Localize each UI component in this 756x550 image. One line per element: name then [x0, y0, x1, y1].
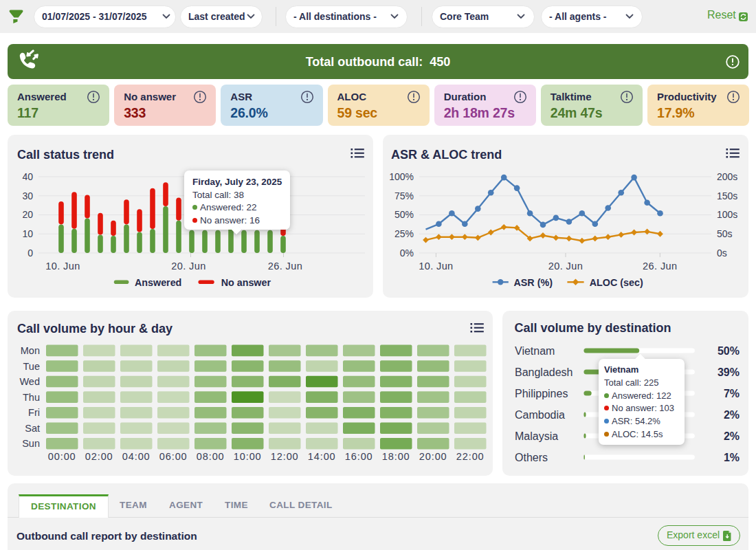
svg-text:18:00: 18:00 — [382, 451, 410, 462]
svg-text:Philippines: Philippines — [515, 388, 568, 399]
svg-text:22:00: 22:00 — [456, 451, 485, 462]
svg-text:06:00: 06:00 — [159, 451, 188, 462]
svg-text:20: 20 — [22, 209, 33, 220]
svg-text:39%: 39% — [718, 366, 740, 378]
svg-text:02:00: 02:00 — [85, 451, 113, 462]
svg-text:20:00: 20:00 — [419, 451, 447, 462]
svg-text:50s: 50s — [717, 228, 733, 239]
svg-text:No answer: No answer — [221, 277, 271, 288]
svg-text:25%: 25% — [394, 228, 414, 239]
svg-text:1%: 1% — [724, 452, 740, 463]
svg-text:12:00: 12:00 — [271, 451, 299, 462]
svg-text:10. Jun: 10. Jun — [419, 261, 453, 272]
svg-text:Bangladesh: Bangladesh — [515, 366, 573, 378]
svg-text:200s: 200s — [717, 171, 737, 182]
svg-text:Thu: Thu — [23, 392, 40, 403]
svg-text:Fri: Fri — [28, 407, 40, 418]
svg-text:0%: 0% — [400, 248, 414, 258]
svg-text:Others: Others — [515, 452, 548, 463]
svg-text:Answered: Answered — [135, 277, 181, 288]
svg-text:Malaysia: Malaysia — [515, 430, 558, 442]
svg-text:20. Jun: 20. Jun — [171, 261, 205, 272]
svg-text:7%: 7% — [724, 388, 740, 399]
svg-text:00:00: 00:00 — [48, 451, 76, 462]
svg-text:14:00: 14:00 — [308, 451, 336, 462]
svg-text:40: 40 — [22, 171, 33, 182]
svg-text:75%: 75% — [394, 190, 414, 201]
svg-text:10:00: 10:00 — [234, 451, 262, 462]
svg-text:2%: 2% — [724, 430, 740, 442]
svg-text:ALOC (sec): ALOC (sec) — [590, 277, 643, 288]
svg-text:Call status trend: Call status trend — [17, 148, 114, 162]
svg-text:26. Jun: 26. Jun — [643, 261, 677, 272]
svg-text:50%: 50% — [394, 209, 414, 220]
svg-text:150s: 150s — [717, 190, 737, 201]
svg-text:20. Jun: 20. Jun — [548, 261, 583, 272]
svg-text:2%: 2% — [724, 409, 740, 421]
svg-text:Tue: Tue — [23, 361, 40, 372]
svg-text:10. Jun: 10. Jun — [45, 261, 80, 272]
svg-text:Vietnam: Vietnam — [515, 345, 555, 357]
svg-text:08:00: 08:00 — [197, 451, 225, 462]
svg-text:50%: 50% — [718, 345, 740, 357]
svg-text:Sat: Sat — [25, 423, 40, 434]
svg-text:Call volume by destination: Call volume by destination — [515, 321, 671, 335]
svg-text:10: 10 — [22, 228, 33, 239]
svg-text:Call volume by hour & day: Call volume by hour & day — [17, 322, 173, 336]
svg-text:100s: 100s — [717, 209, 737, 220]
svg-text:0: 0 — [27, 248, 33, 258]
svg-text:26. Jun: 26. Jun — [268, 261, 302, 272]
svg-text:ASR (%): ASR (%) — [514, 277, 553, 288]
svg-text:100%: 100% — [389, 171, 414, 182]
svg-text:16:00: 16:00 — [345, 451, 373, 462]
svg-text:Wed: Wed — [19, 376, 40, 387]
svg-text:04:00: 04:00 — [122, 451, 151, 462]
svg-text:ASR & ALOC trend: ASR & ALOC trend — [391, 148, 502, 162]
svg-text:Sun: Sun — [22, 438, 40, 449]
svg-text:30: 30 — [22, 190, 33, 201]
svg-text:Mon: Mon — [21, 345, 40, 356]
svg-text:0s: 0s — [717, 248, 727, 258]
svg-text:Cambodia: Cambodia — [515, 409, 565, 421]
